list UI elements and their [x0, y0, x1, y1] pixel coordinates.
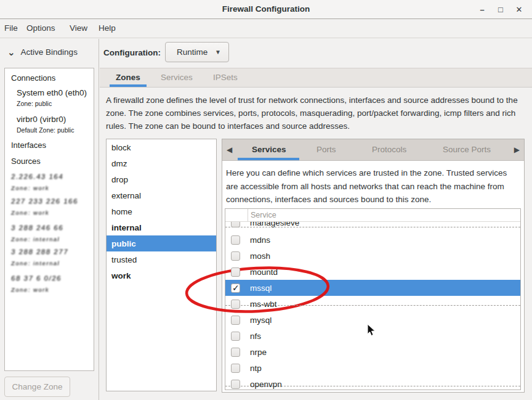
source-zone: Zone: work	[10, 286, 49, 293]
service-row[interactable]: mountd	[225, 264, 520, 280]
tab-scroll-right-icon[interactable]: ▶	[514, 145, 520, 154]
zone-row[interactable]: block	[107, 139, 216, 155]
active-inner-tab-underline	[238, 158, 299, 160]
chevron-down-icon: ⌄	[7, 49, 15, 55]
connection-item[interactable]: System eth0 (eth0)	[17, 88, 87, 97]
zone-row[interactable]: external	[107, 187, 216, 203]
checkbox[interactable]	[231, 235, 240, 245]
dropdown-arrow-icon: ▼	[215, 49, 221, 55]
checkbox[interactable]	[231, 348, 240, 357]
zone-row-selected[interactable]: public	[107, 235, 216, 251]
menu-help[interactable]: Help	[99, 23, 116, 33]
connection-zone: Zone: public	[17, 100, 52, 107]
checkbox-checked-icon[interactable]	[231, 284, 240, 293]
checkbox[interactable]	[231, 251, 240, 261]
source-address[interactable]: 2.226.43 164	[10, 173, 64, 180]
zone-list: block dmz drop external home internal pu…	[106, 139, 217, 391]
sources-header: Sources	[11, 157, 41, 166]
service-column-header: Service	[251, 211, 276, 219]
zone-detail-panel: ◀ Services Ports Protocols Source Ports …	[222, 139, 525, 393]
tab-zone-source-ports[interactable]: Source Ports	[443, 145, 491, 154]
source-address[interactable]: 3 288 288 277	[10, 248, 69, 255]
connection-zone: Default Zone: public	[17, 126, 74, 134]
checkbox[interactable]	[231, 380, 240, 389]
zone-row[interactable]: trusted	[107, 251, 216, 267]
service-row[interactable]: mosh	[225, 248, 520, 264]
active-bindings-label: Active Bindings	[21, 47, 78, 57]
zone-detail-tabbar: ◀ Services Ports Protocols Source Ports …	[222, 139, 524, 161]
zone-row[interactable]: internal	[107, 219, 216, 235]
main-tabbar: Zones Services IPSets	[100, 68, 532, 88]
service-list-header: Service	[225, 209, 520, 222]
checkbox[interactable]	[231, 316, 240, 325]
source-zone: Zone: work	[10, 184, 49, 191]
services-description: Here you can define which services are t…	[226, 166, 520, 206]
configuration-row: Configuration: Runtime ▼	[100, 39, 532, 68]
minimize-button[interactable]: –	[473, 2, 491, 18]
service-row[interactable]: nrpe	[225, 344, 520, 360]
firewall-config-window: Firewall Configuration – □ ✕ File Option…	[0, 0, 532, 400]
source-zone: Zone: internal	[10, 235, 60, 242]
bindings-panel: Connections System eth0 (eth0) Zone: pub…	[4, 68, 94, 371]
configuration-dropdown[interactable]: Runtime ▼	[165, 42, 229, 62]
menu-file[interactable]: File	[4, 23, 18, 33]
connections-header: Connections	[11, 73, 55, 83]
source-address[interactable]: 68 37 6 0/26	[10, 274, 62, 282]
service-row[interactable]: ms-wbt	[225, 296, 520, 312]
source-address[interactable]: 3 288 246 66	[10, 224, 64, 231]
checkbox[interactable]	[231, 222, 240, 227]
connection-item[interactable]: virbr0 (virbr0)	[17, 115, 66, 124]
configuration-value: Runtime	[177, 47, 208, 57]
source-zone: Zone: work	[10, 209, 49, 216]
window-controls: – □ ✕	[473, 0, 528, 19]
tab-zones[interactable]: Zones	[116, 73, 140, 82]
service-row[interactable]: mdns	[225, 232, 520, 248]
titlebar: Firewall Configuration – □ ✕	[0, 0, 532, 19]
tab-zone-protocols[interactable]: Protocols	[372, 145, 406, 154]
column-divider	[248, 209, 248, 221]
configuration-label: Configuration:	[103, 48, 161, 57]
menu-view[interactable]: View	[70, 23, 87, 33]
service-row[interactable]: nfs	[225, 328, 520, 344]
service-row-selected[interactable]: mssql	[225, 280, 520, 296]
active-bindings-toggle[interactable]: ⌄ Active Bindings	[7, 47, 78, 57]
checkbox[interactable]	[231, 332, 240, 341]
source-zone: Zone: internal	[10, 259, 60, 266]
service-row[interactable]: mysql	[225, 312, 520, 328]
zone-row[interactable]: drop	[107, 171, 216, 187]
service-row[interactable]: ntp	[225, 360, 520, 376]
zone-row[interactable]: home	[107, 203, 216, 219]
tab-services[interactable]: Services	[161, 73, 193, 82]
change-zone-button[interactable]: Change Zone	[4, 377, 70, 397]
close-button[interactable]: ✕	[510, 2, 528, 18]
zone-row[interactable]: work	[107, 267, 216, 284]
tab-ipsets[interactable]: IPSets	[213, 73, 238, 82]
checkbox[interactable]	[231, 267, 240, 277]
sidebar: ⌄ Active Bindings Connections System eth…	[0, 39, 99, 400]
maximize-button[interactable]: □	[491, 2, 510, 18]
active-tab-underline	[110, 84, 147, 87]
window-title: Firewall Configuration	[0, 4, 532, 14]
zone-row[interactable]: dmz	[107, 155, 216, 171]
tab-zone-services[interactable]: Services	[252, 145, 286, 154]
service-list: Service managesieve mdns mosh mountd mss…	[225, 208, 521, 390]
checkbox[interactable]	[231, 364, 240, 373]
zones-description: A firewalld zone defines the level of tr…	[106, 94, 532, 133]
tab-scroll-left-icon[interactable]: ◀	[227, 145, 232, 154]
service-row[interactable]: openvpn	[225, 376, 520, 390]
checkbox[interactable]	[231, 300, 240, 309]
menu-options[interactable]: Options	[26, 23, 55, 33]
interfaces-header: Interfaces	[11, 141, 46, 150]
source-address[interactable]: 227 233 226 166	[10, 197, 78, 205]
menubar: File Options View Help	[0, 20, 532, 38]
tab-zone-ports[interactable]: Ports	[316, 145, 336, 154]
